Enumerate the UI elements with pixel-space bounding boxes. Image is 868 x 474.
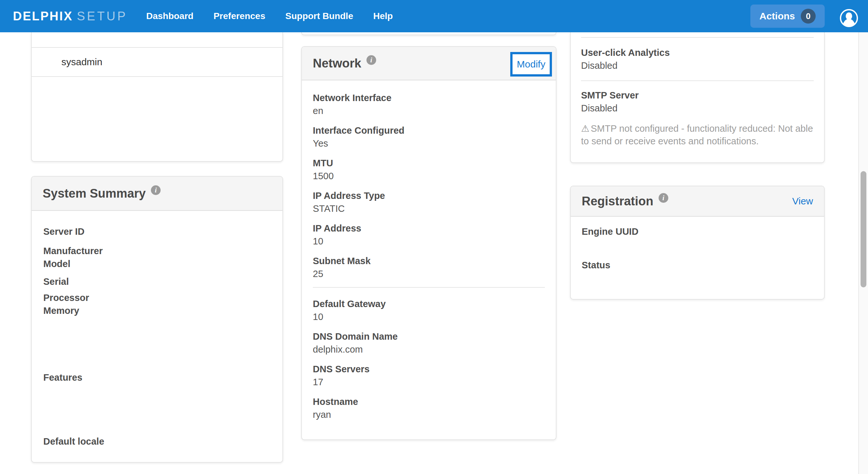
list-item-sysadmin[interactable]: sysadmin: [32, 47, 282, 77]
label-server-id: Server ID: [43, 225, 271, 238]
brand-secondary: SETUP: [77, 9, 128, 23]
system-summary-header: System Summary i: [32, 177, 282, 211]
field-value: 1500: [313, 170, 545, 182]
system-summary-body: Server ID Manufacturer Model Serial Proc…: [32, 211, 282, 448]
user-name: sysadmin: [61, 57, 102, 67]
registration-header: Registration i View: [571, 186, 824, 217]
field-mtu: MTU 1500: [313, 157, 545, 182]
field-hostname: Hostname ryan: [313, 395, 545, 421]
field-interface-configured: Interface Configured Yes: [313, 124, 545, 150]
field-value: Disabled: [581, 59, 814, 72]
field-value: STATIC: [313, 202, 545, 215]
actions-button-label: Actions: [760, 11, 795, 22]
modify-button[interactable]: Modify: [510, 52, 552, 76]
delphix-setup-logo[interactable]: DELPHIX SETUP: [13, 9, 127, 23]
field-value: 10: [313, 235, 545, 248]
field-value: Disabled: [581, 102, 814, 114]
section-divider: [581, 80, 814, 81]
field-dns-domain-name: DNS Domain Name delphix.com: [313, 330, 545, 356]
field-label: Subnet Mask: [313, 255, 545, 267]
warning-icon: ⚠: [581, 123, 589, 134]
field-label: MTU: [313, 157, 545, 170]
previous-card-bottom-edge: [301, 32, 556, 35]
label-engine-uuid: Engine UUID: [582, 225, 813, 238]
warning-label: SMTP not configured - functionality redu…: [581, 123, 813, 146]
label-serial: Serial: [43, 275, 271, 288]
field-label: User-click Analytics: [581, 46, 814, 59]
network-card: Network i Modify Network Interface en In…: [301, 46, 556, 440]
network-header: Network i Modify: [302, 47, 556, 80]
nav-item-help[interactable]: Help: [373, 11, 393, 21]
network-title: Network: [313, 57, 361, 70]
analytics-smtp-card: User-click Analytics Disabled SMTP Serve…: [570, 32, 825, 163]
label-default-locale: Default locale: [43, 435, 271, 448]
label-processor: Processor: [43, 291, 271, 304]
field-value: ryan: [313, 408, 545, 421]
vertical-scrollbar-track[interactable]: [858, 32, 868, 474]
field-value: 25: [313, 267, 545, 280]
system-summary-card: System Summary i Server ID Manufacturer …: [31, 176, 283, 463]
field-subnet-mask: Subnet Mask 25: [313, 255, 545, 280]
label-manufacturer: Manufacturer: [43, 244, 271, 257]
nav-item-preferences[interactable]: Preferences: [214, 11, 265, 21]
nav-item-support-bundle[interactable]: Support Bundle: [285, 11, 353, 21]
field-value: delphix.com: [313, 343, 545, 356]
registration-title: Registration: [582, 194, 653, 208]
info-icon[interactable]: i: [367, 55, 376, 65]
field-label: DNS Servers: [313, 363, 545, 375]
nav-menu: Dashboard Preferences Support Bundle Hel…: [146, 11, 393, 21]
label-features: Features: [43, 371, 271, 384]
field-user-click-analytics: User-click Analytics Disabled: [581, 46, 814, 72]
field-smtp-server: SMTP Server Disabled: [581, 89, 814, 114]
field-value: 17: [313, 375, 545, 388]
actions-count-badge: 0: [801, 9, 816, 24]
field-label: IP Address: [313, 222, 545, 235]
field-label: SMTP Server: [581, 89, 814, 102]
registration-card: Registration i View Engine UUID Status: [570, 185, 825, 300]
users-card: sysadmin: [31, 32, 283, 162]
system-summary-title: System Summary: [43, 187, 146, 201]
info-icon[interactable]: i: [659, 193, 668, 203]
field-ip-address-type: IP Address Type STATIC: [313, 189, 545, 215]
brand-primary: DELPHIX: [13, 9, 73, 23]
field-default-gateway: Default Gateway 10: [313, 297, 545, 323]
network-body: Network Interface en Interface Configure…: [302, 80, 556, 421]
actions-button[interactable]: Actions 0: [750, 4, 825, 28]
section-divider: [581, 37, 814, 38]
field-label: DNS Domain Name: [313, 330, 545, 343]
registration-body: Engine UUID Status: [571, 217, 824, 272]
field-ip-address: IP Address 10: [313, 222, 545, 248]
field-value: Yes: [313, 137, 545, 150]
field-value: 10: [313, 310, 545, 323]
field-dns-servers: DNS Servers 17: [313, 363, 545, 388]
field-value: en: [313, 104, 545, 117]
label-status: Status: [582, 259, 813, 272]
vertical-scrollbar-thumb[interactable]: [861, 171, 866, 287]
field-label: Network Interface: [313, 91, 545, 104]
field-label: IP Address Type: [313, 189, 545, 202]
user-avatar-icon[interactable]: [840, 9, 858, 28]
view-link[interactable]: View: [793, 196, 813, 207]
section-divider: [313, 287, 545, 288]
info-icon[interactable]: i: [151, 185, 161, 195]
field-label: Hostname: [313, 395, 545, 408]
label-memory: Memory: [43, 304, 271, 317]
label-model: Model: [43, 257, 271, 270]
smtp-warning-message: ⚠SMTP not configured - functionality red…: [581, 123, 814, 147]
field-network-interface: Network Interface en: [313, 91, 545, 117]
field-label: Default Gateway: [313, 297, 545, 310]
field-label: Interface Configured: [313, 124, 545, 137]
nav-item-dashboard[interactable]: Dashboard: [146, 11, 193, 21]
top-navbar: DELPHIX SETUP Dashboard Preferences Supp…: [0, 0, 868, 32]
